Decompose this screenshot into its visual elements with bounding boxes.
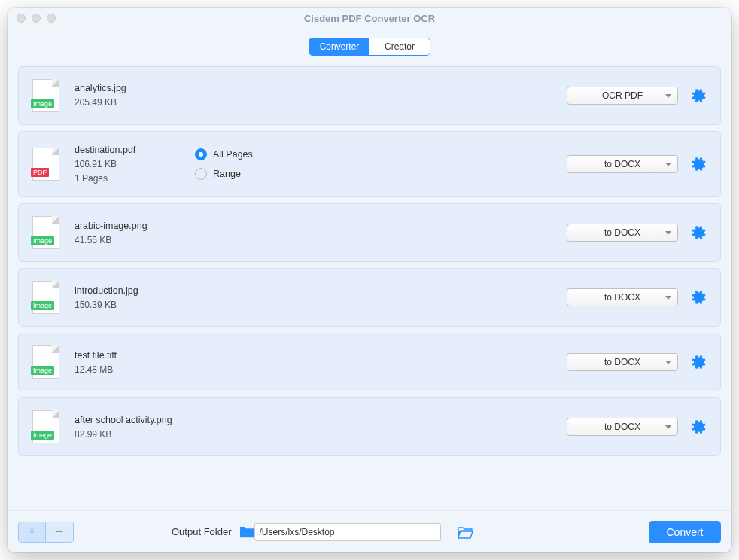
- file-badge: PDF: [31, 168, 49, 177]
- all-pages-label: All Pages: [213, 149, 253, 160]
- range-label: Range: [213, 169, 241, 179]
- settings-button[interactable]: [690, 289, 707, 306]
- radio-range[interactable]: [195, 168, 207, 180]
- file-size: 150.39 KB: [75, 298, 195, 312]
- file-name: arabic-image.png: [75, 218, 195, 233]
- file-badge: Image: [31, 366, 54, 375]
- file-info: introduction.jpg 150.39 KB: [75, 283, 195, 312]
- file-row[interactable]: Image test file.tiff 12.48 MB to DOCX: [18, 333, 721, 391]
- page-range-options: All Pages Range: [195, 148, 567, 180]
- file-row[interactable]: Image analytics.jpg 205.49 KB OCR PDF: [18, 66, 721, 125]
- file-name: analytics.jpg: [75, 81, 195, 96]
- file-info: arabic-image.png 41.55 KB: [75, 218, 195, 248]
- footer: + − Output Folder /Users/lxs/Desktop Con…: [8, 510, 731, 552]
- output-path-input[interactable]: /Users/lxs/Desktop: [254, 523, 441, 541]
- titlebar: Cisdem PDF Converter OCR: [8, 8, 731, 29]
- output-folder-field[interactable]: /Users/lxs/Desktop: [239, 522, 441, 542]
- file-name: destination.pdf: [75, 142, 195, 157]
- gear-icon: [690, 418, 707, 435]
- file-type-icon: Image: [32, 281, 59, 314]
- file-type-icon: Image: [32, 79, 59, 112]
- add-file-button[interactable]: +: [19, 522, 46, 542]
- file-name: after school activity.png: [75, 412, 195, 428]
- convert-button[interactable]: Convert: [649, 521, 721, 543]
- file-row[interactable]: Image introduction.jpg 150.39 KB to DOCX: [18, 268, 721, 327]
- file-info: destination.pdf 106.91 KB 1 Pages: [75, 142, 195, 186]
- file-name: test file.tiff: [75, 348, 195, 363]
- output-format-select[interactable]: OCR PDF: [567, 87, 678, 105]
- settings-button[interactable]: [690, 354, 707, 370]
- file-list: Image analytics.jpg 205.49 KB OCR PDF PD…: [8, 66, 731, 510]
- gear-icon: [690, 354, 707, 370]
- settings-button[interactable]: [690, 87, 707, 104]
- file-badge: Image: [31, 301, 54, 310]
- file-badge: Image: [31, 431, 54, 440]
- gear-icon: [690, 156, 707, 172]
- file-row[interactable]: Image arabic-image.png 41.55 KB to DOCX: [18, 203, 721, 262]
- file-size: 205.49 KB: [75, 96, 195, 110]
- output-format-select[interactable]: to DOCX: [567, 224, 678, 242]
- file-size: 41.55 KB: [75, 233, 195, 248]
- output-folder-label: Output Folder: [172, 526, 232, 537]
- file-name: introduction.jpg: [75, 283, 195, 298]
- browse-folder-icon[interactable]: [458, 525, 474, 539]
- file-info: test file.tiff 12.48 MB: [75, 348, 195, 377]
- file-info: analytics.jpg 205.49 KB: [75, 81, 195, 110]
- file-badge: Image: [31, 99, 54, 108]
- output-format-select[interactable]: to DOCX: [567, 418, 678, 436]
- file-pages: 1 Pages: [75, 172, 195, 186]
- add-remove-group: + −: [18, 522, 74, 543]
- file-size: 12.48 MB: [75, 363, 195, 377]
- file-row[interactable]: PDF destination.pdf 106.91 KB 1 Pages Al…: [18, 131, 721, 197]
- gear-icon: [690, 289, 707, 306]
- mode-tabs: Converter Creator: [8, 29, 731, 66]
- file-size: 106.91 KB: [75, 157, 195, 172]
- settings-button[interactable]: [690, 418, 707, 435]
- file-row[interactable]: Image after school activity.png 82.99 KB…: [18, 397, 721, 456]
- app-window: Cisdem PDF Converter OCR Converter Creat…: [8, 8, 731, 552]
- tab-creator[interactable]: Creator: [370, 38, 430, 55]
- output-format-select[interactable]: to DOCX: [567, 288, 678, 306]
- output-format-select[interactable]: to DOCX: [567, 353, 678, 371]
- radio-all-pages[interactable]: [195, 148, 207, 160]
- file-type-icon: Image: [32, 345, 59, 379]
- settings-button[interactable]: [690, 156, 707, 172]
- file-type-icon: Image: [32, 410, 59, 443]
- file-size: 82.99 KB: [75, 428, 195, 442]
- file-type-icon: Image: [32, 216, 59, 249]
- gear-icon: [690, 224, 707, 241]
- folder-icon: [239, 522, 254, 542]
- tab-converter[interactable]: Converter: [309, 38, 370, 55]
- remove-file-button[interactable]: −: [46, 522, 73, 542]
- file-info: after school activity.png 82.99 KB: [75, 412, 195, 442]
- app-title: Cisdem PDF Converter OCR: [8, 13, 731, 24]
- settings-button[interactable]: [690, 224, 707, 241]
- output-format-select[interactable]: to DOCX: [567, 155, 678, 173]
- file-badge: Image: [31, 236, 54, 245]
- gear-icon: [690, 87, 707, 104]
- file-type-icon: PDF: [32, 148, 59, 181]
